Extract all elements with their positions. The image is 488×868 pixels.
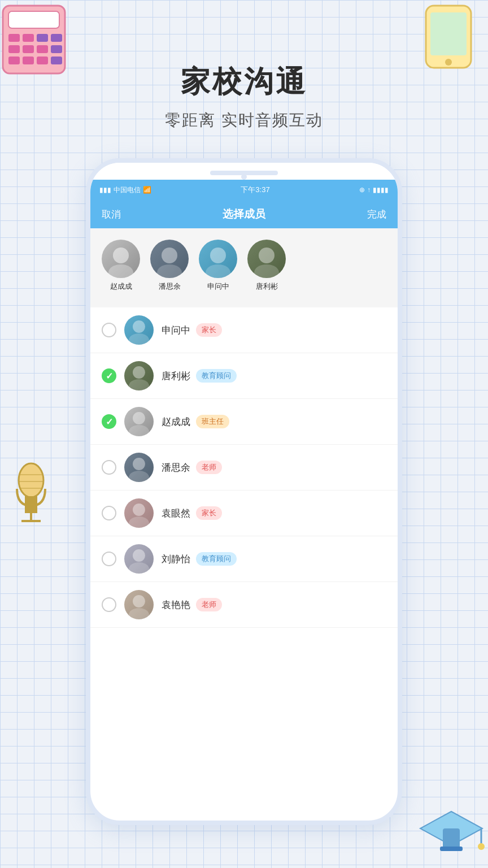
checkbox-1[interactable]	[102, 323, 116, 337]
selected-name-3: 申问中	[207, 281, 229, 292]
status-time: 下午3:37	[241, 185, 269, 195]
svg-rect-4	[37, 34, 48, 42]
svg-rect-7	[23, 45, 34, 53]
member-info-2: 唐利彬 教育顾问	[162, 369, 237, 383]
member-name-2: 唐利彬	[162, 370, 190, 383]
member-avatar-5	[124, 498, 154, 528]
checkbox-5[interactable]	[102, 506, 116, 520]
svg-rect-6	[8, 45, 20, 53]
signal-bars: ▮▮▮	[99, 186, 111, 194]
svg-point-47	[133, 549, 145, 562]
deco-graduation-hat	[415, 800, 488, 868]
battery-icon: ▮▮▮▮	[373, 186, 389, 194]
checkmark-icon: ✓	[106, 371, 113, 381]
selected-avatar-2	[150, 240, 189, 278]
selected-name-1: 赵成成	[110, 281, 132, 292]
role-badge-4: 老师	[196, 461, 222, 474]
done-button[interactable]: 完成	[367, 208, 386, 221]
svg-point-44	[129, 471, 149, 482]
checkbox-4[interactable]	[102, 460, 116, 475]
role-badge-6: 教育顾问	[196, 552, 237, 566]
member-info-7: 袁艳艳 老师	[162, 598, 222, 611]
role-badge-1: 家长	[196, 323, 222, 337]
checkbox-7[interactable]	[102, 597, 116, 612]
svg-point-45	[133, 504, 145, 516]
status-left: ▮▮▮ 中国电信 📶	[99, 185, 151, 195]
svg-point-33	[210, 248, 226, 263]
svg-point-42	[129, 425, 149, 436]
phone-mockup: ▮▮▮ 中国电信 📶 下午3:37 ⊕ ↑ ▮▮▮▮ 取消 选择成员 完成 赵成…	[86, 158, 402, 825]
svg-point-37	[133, 320, 145, 333]
svg-rect-26	[440, 847, 463, 851]
role-badge-5: 家长	[196, 506, 222, 520]
svg-point-36	[254, 264, 279, 278]
list-item[interactable]: ✓ 唐利彬 教育顾问	[90, 353, 398, 399]
selected-members-area: 赵成成 潘思余 申问中 唐利彬	[90, 228, 398, 307]
svg-point-39	[133, 366, 145, 379]
arrow-icon: ↑	[367, 186, 371, 194]
svg-point-35	[259, 248, 274, 263]
checkbox-6[interactable]	[102, 552, 116, 566]
member-avatar-2	[124, 361, 154, 390]
role-badge-3: 班主任	[196, 415, 229, 428]
svg-point-30	[108, 264, 133, 278]
cancel-button[interactable]: 取消	[102, 208, 121, 221]
list-item[interactable]: 申问中 家长	[90, 307, 398, 353]
member-info-5: 袁眼然 家长	[162, 506, 222, 520]
list-item[interactable]: 潘思余 老师	[90, 445, 398, 491]
member-name-7: 袁艳艳	[162, 598, 190, 611]
selected-member: 潘思余	[150, 240, 189, 292]
svg-point-46	[129, 517, 149, 528]
svg-point-17	[19, 463, 43, 497]
svg-point-32	[157, 264, 182, 278]
svg-rect-25	[443, 828, 460, 848]
member-avatar-1	[124, 315, 154, 345]
checkbox-3[interactable]: ✓	[102, 414, 116, 429]
svg-rect-3	[23, 34, 34, 42]
phone-camera	[241, 174, 247, 180]
svg-point-48	[129, 562, 149, 574]
svg-point-38	[129, 333, 149, 345]
member-info-6: 刘静怡 教育顾问	[162, 552, 237, 566]
list-item[interactable]: 刘静怡 教育顾问	[90, 536, 398, 582]
svg-point-28	[478, 843, 485, 850]
svg-point-43	[133, 458, 145, 470]
checkbox-2[interactable]: ✓	[102, 368, 116, 383]
member-name-4: 潘思余	[162, 461, 190, 474]
sub-title: 零距离 实时音频互动	[0, 110, 488, 131]
selected-member: 唐利彬	[247, 240, 286, 292]
member-avatar-4	[124, 453, 154, 482]
phone-top-bar	[90, 163, 398, 180]
selected-avatar-4	[247, 240, 286, 278]
svg-rect-2	[8, 34, 20, 42]
list-item[interactable]: 袁艳艳 老师	[90, 582, 398, 628]
wifi-icon: 📶	[143, 186, 151, 194]
member-name-6: 刘静怡	[162, 553, 190, 566]
status-right: ⊕ ↑ ▮▮▮▮	[359, 186, 389, 194]
svg-point-49	[133, 595, 145, 607]
selected-avatar-1	[102, 240, 140, 278]
svg-rect-5	[51, 34, 62, 42]
status-bar: ▮▮▮ 中国电信 📶 下午3:37 ⊕ ↑ ▮▮▮▮	[90, 180, 398, 200]
member-avatar-3	[124, 407, 154, 436]
svg-point-40	[129, 379, 149, 390]
carrier-name: 中国电信	[114, 185, 141, 195]
role-badge-7: 老师	[196, 598, 222, 611]
role-badge-2: 教育顾问	[196, 369, 237, 383]
svg-point-34	[206, 264, 230, 278]
selected-member: 申问中	[199, 240, 237, 292]
list-item[interactable]: 袁眼然 家长	[90, 491, 398, 536]
svg-rect-1	[8, 11, 59, 28]
member-name-5: 袁眼然	[162, 507, 190, 520]
selected-name-2: 潘思余	[159, 281, 181, 292]
svg-rect-9	[51, 45, 62, 53]
deco-microphone	[0, 452, 68, 531]
selected-member: 赵成成	[102, 240, 140, 292]
svg-point-31	[162, 248, 177, 263]
member-info-3: 赵成成 班主任	[162, 415, 229, 428]
member-list: 申问中 家长 ✓ 唐利彬 教育顾问 ✓	[90, 307, 398, 628]
nav-title: 选择成员	[223, 207, 265, 222]
svg-point-29	[113, 248, 129, 263]
list-item[interactable]: ✓ 赵成成 班主任	[90, 399, 398, 445]
svg-rect-8	[37, 45, 48, 53]
